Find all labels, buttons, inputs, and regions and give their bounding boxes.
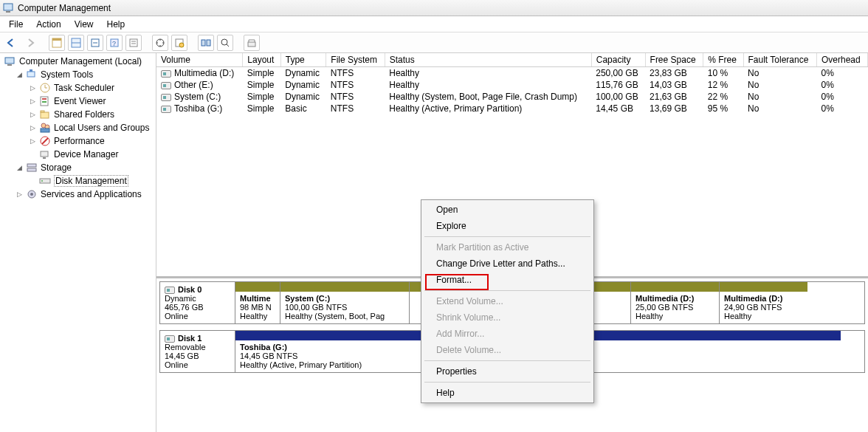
disk-info: Disk 1Removable14,45 GBOnline — [160, 331, 235, 372]
expander-icon[interactable]: ▷ — [30, 84, 36, 92]
volume-row[interactable]: System (C:)SimpleDynamicNTFSHealthy (Sys… — [156, 91, 868, 103]
drive-icon — [161, 106, 171, 113]
ctx-mark-active: Mark Partition as Active — [423, 239, 592, 256]
toolbar-btn-4[interactable]: ? — [106, 35, 123, 51]
ctx-delete: Delete Volume... — [423, 342, 592, 358]
disk-info: Disk 0Dynamic465,76 GBOnline — [160, 282, 235, 323]
partition[interactable]: System (C:)100,00 GB NTFSHealthy (System… — [280, 282, 409, 323]
volume-row[interactable]: Multimedia (D:)SimpleDynamicNTFSHealthy2… — [156, 67, 868, 80]
svg-rect-35 — [41, 151, 48, 157]
expander-icon[interactable]: ◢ — [16, 71, 23, 78]
col-fault[interactable]: Fault Tolerance — [743, 53, 817, 67]
disk-icon — [165, 335, 175, 343]
toolbar-btn-8[interactable] — [198, 35, 214, 51]
tree-local-users[interactable]: ▷ Local Users and Groups — [3, 121, 153, 134]
svg-rect-23 — [30, 69, 32, 72]
partition-header — [235, 282, 280, 292]
tree-root[interactable]: Computer Management (Local) — [3, 55, 153, 68]
svg-rect-22 — [27, 72, 35, 77]
toolbar-btn-7[interactable] — [171, 35, 187, 51]
ctx-open[interactable]: Open — [423, 202, 592, 218]
navigation-tree[interactable]: Computer Management (Local) ◢ System Too… — [0, 53, 156, 432]
toolbar-btn-1[interactable] — [49, 35, 65, 51]
svg-rect-38 — [27, 168, 36, 171]
back-button[interactable] — [3, 35, 19, 51]
tree-task-scheduler[interactable]: ▷ Task Scheduler — [3, 81, 153, 95]
partition[interactable]: Multimedia (D:)24,90 GB NTFSHealthy — [719, 282, 807, 323]
partition-body: Multimedia (D:)24,90 GB NTFSHealthy — [720, 292, 807, 323]
toolbar-btn-10[interactable] — [244, 35, 260, 51]
tree-performance[interactable]: ▷ Performance — [3, 134, 153, 148]
partition-body: Multimedia (D:)25,00 GB NTFSHealthy — [631, 292, 719, 323]
ctx-properties[interactable]: Properties — [423, 363, 592, 380]
svg-rect-16 — [207, 40, 210, 46]
drive-icon — [161, 82, 171, 89]
ctx-change-letter[interactable]: Change Drive Letter and Paths... — [423, 256, 592, 272]
partition-body: System (C:)100,00 GB NTFSHealthy (System… — [280, 292, 409, 323]
context-menu: Open Explore Mark Partition as Active Ch… — [421, 199, 594, 403]
tree-event-viewer[interactable]: ▷ Event Viewer — [3, 95, 153, 108]
svg-rect-26 — [42, 98, 46, 100]
menu-help[interactable]: Help — [101, 18, 131, 31]
col-capacity[interactable]: Capacity — [591, 53, 645, 67]
col-type[interactable]: Type — [280, 53, 326, 67]
partition[interactable]: Multime98 MB NHealthy — [235, 282, 280, 323]
svg-rect-20 — [5, 58, 14, 64]
ctx-explore[interactable]: Explore — [423, 218, 592, 234]
toolbar-btn-3[interactable] — [87, 35, 103, 51]
svg-point-17 — [221, 39, 227, 45]
menu-action[interactable]: Action — [30, 18, 66, 31]
col-layout[interactable]: Layout — [243, 53, 280, 67]
svg-line-18 — [227, 44, 229, 47]
ctx-format[interactable]: Format... — [423, 272, 592, 288]
svg-rect-9 — [130, 39, 137, 47]
tree-storage[interactable]: ◢ Storage — [3, 161, 153, 174]
svg-rect-0 — [4, 4, 13, 10]
tree-system-tools[interactable]: ◢ System Tools — [3, 68, 153, 81]
toolbar-btn-5[interactable] — [125, 35, 142, 51]
svg-point-42 — [30, 193, 33, 196]
svg-rect-21 — [7, 64, 12, 66]
col-volume[interactable]: Volume — [156, 53, 243, 67]
expander-icon[interactable]: ▷ — [30, 137, 36, 145]
tree-shared-folders[interactable]: ▷ Shared Folders — [3, 108, 153, 121]
forward-button[interactable] — [22, 35, 38, 51]
toolbar: ? — [0, 32, 868, 53]
col-overhead[interactable]: Overhead — [817, 53, 868, 67]
svg-point-40 — [41, 180, 43, 182]
ctx-mirror: Add Mirror... — [423, 326, 592, 342]
volume-row[interactable]: Other (E:)SimpleDynamicNTFSHealthy115,76… — [156, 79, 868, 91]
menu-view[interactable]: View — [69, 18, 100, 31]
tree-services[interactable]: ▷ Services and Applications — [3, 188, 153, 201]
ctx-help[interactable]: Help — [423, 385, 592, 401]
tree-device-manager[interactable]: ▷ Device Manager — [3, 148, 153, 161]
expander-icon[interactable]: ▷ — [30, 97, 36, 105]
title-bar: Computer Management — [0, 0, 868, 16]
partition[interactable]: Multimedia (D:)25,00 GB NTFSHealthy — [630, 282, 719, 323]
expander-icon[interactable]: ▷ — [30, 111, 36, 118]
toolbar-btn-6[interactable] — [152, 35, 168, 51]
volume-header-row[interactable]: Volume Layout Type File System Status Ca… — [156, 53, 868, 67]
menu-file[interactable]: File — [3, 18, 29, 31]
tree-disk-management[interactable]: ▷ Disk Management — [3, 174, 153, 188]
col-free[interactable]: Free Space — [645, 53, 703, 67]
expander-icon[interactable]: ▷ — [30, 124, 36, 131]
ctx-extend: Extend Volume... — [423, 293, 592, 309]
disk-icon — [165, 287, 175, 294]
svg-rect-19 — [248, 42, 255, 47]
partition-body: Multime98 MB NHealthy — [235, 292, 280, 323]
svg-text:?: ? — [112, 40, 116, 47]
expander-icon[interactable]: ▷ — [16, 191, 23, 198]
menu-bar: File Action View Help — [0, 16, 868, 32]
svg-rect-37 — [27, 164, 36, 167]
toolbar-btn-9[interactable] — [217, 35, 233, 51]
col-status[interactable]: Status — [385, 53, 591, 67]
toolbar-btn-2[interactable] — [68, 35, 84, 51]
svg-point-14 — [179, 43, 184, 47]
volume-row[interactable]: Toshiba (G:)SimpleBasicNTFSHealthy (Acti… — [156, 103, 868, 114]
col-fs[interactable]: File System — [326, 53, 385, 67]
partition-header — [280, 282, 409, 292]
col-pctfree[interactable]: % Free — [703, 53, 743, 67]
drive-icon — [161, 94, 171, 101]
expander-icon[interactable]: ◢ — [16, 164, 23, 171]
